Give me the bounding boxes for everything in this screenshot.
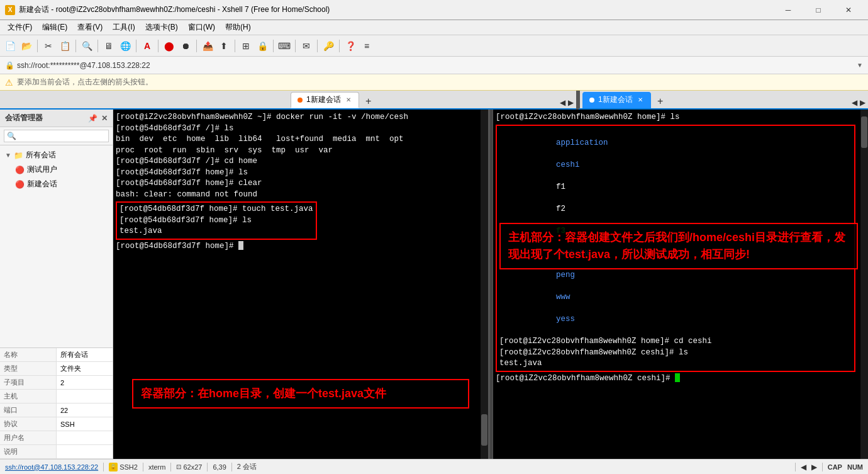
left-scrollbar[interactable] [481,110,488,459]
right-tab-prev[interactable]: ◀ [852,98,857,107]
toolbar-sep-3 [97,40,98,52]
status-size-icon: ⊡ [176,463,181,470]
toolbar-sep-6 [196,40,197,52]
toolbar-globe-btn[interactable]: 🌐 [118,38,133,54]
sidebar-tree: ▼ 📁 所有会话 🔴 测试用户 🔴 新建会话 [0,145,113,347]
right-tab-next[interactable]: ▶ [860,98,865,107]
prop-row-children: 子项目 2 [0,376,113,390]
toolbar-font-btn[interactable]: A [140,38,155,54]
prop-val-desc [57,445,113,459]
menu-tools[interactable]: 工具(I) [108,21,140,34]
toolbar-sep-9 [295,40,296,52]
prop-val-port: 22 [57,403,113,417]
minimize-button[interactable]: ─ [774,0,803,20]
toolbar-send-btn[interactable]: ✉ [299,38,314,54]
status-ssh-label: SSH2 [120,463,138,471]
status-sessions-label: 2 会话 [237,462,257,471]
toolbar-sep-4 [136,40,136,52]
tree-item-label-0: 测试用户 [27,164,57,175]
right-tab-dot [589,98,594,103]
toolbar-sftp-btn[interactable]: ⬆ [216,38,231,54]
menu-help[interactable]: 帮助(H) [220,21,256,34]
status-prev-tab[interactable]: ◀ [801,463,806,471]
prop-row-username: 用户名 [0,431,113,445]
right-scrollbar[interactable] [860,110,868,459]
toolbar-key-btn[interactable]: 🔑 [321,38,336,54]
right-line-4: test.java [499,358,852,370]
sidebar-search-input[interactable] [4,130,109,142]
left-scrollbar-thumb [481,414,487,446]
left-line-11: [root@54db68df3d7f home]# [116,241,486,252]
sidebar-header: 会话管理器 📌 ✕ [0,110,113,127]
menu-edit[interactable]: 编辑(E) [37,21,72,34]
address-text: ssh://root:**********@47.108.153.228:22 [17,61,150,70]
prop-key-desc: 说明 [0,445,57,459]
right-tab-active[interactable]: 1新建会话 ✕ [582,92,651,108]
address-dropdown-icon[interactable]: ▼ [857,62,863,69]
status-sep-2 [143,463,143,471]
toolbar-keyboard-btn[interactable]: ⌨ [277,38,292,54]
status-pos-label: 6,39 [213,463,226,471]
prop-row-name: 名称 所有会话 [0,348,113,362]
toolbar-stop-btn[interactable]: ⬤ [162,38,177,54]
prop-val-type: 文件夹 [57,362,113,376]
right-terminal-pane[interactable]: [root@iZ2vc28obvhfham8wewhh0Z home]# ls … [492,110,868,459]
toolbar-sep-11 [339,40,340,52]
toolbar-zoom-btn[interactable]: 🔍 [79,38,94,54]
prop-key-port: 端口 [0,403,57,417]
sidebar-close-icon[interactable]: ✕ [101,114,108,123]
prop-key-name: 名称 [0,348,57,362]
tree-session-icon-0: 🔴 [15,166,25,174]
sidebar-pin-icon[interactable]: 📌 [88,114,97,123]
tree-item-1[interactable]: 🔴 新建会话 [13,177,110,191]
toolbar-help-btn[interactable]: ❓ [343,38,358,54]
properties-panel: 名称 所有会话 类型 文件夹 子项目 2 主机 端口 22 [0,347,113,459]
left-tab-prev[interactable]: ◀ [560,98,565,107]
left-terminal-tab-bar: 1新建会话 ✕ + ◀ ▶ [288,91,576,110]
left-tab-next[interactable]: ▶ [568,98,574,107]
status-address[interactable]: ssh://root@47.108.153.228:22 [5,463,98,471]
left-tab-close[interactable]: ✕ [345,96,352,104]
address-lock-icon: 🔒 [5,61,14,70]
toolbar-split-btn[interactable]: ⊞ [238,38,253,54]
toolbar-copy-btn[interactable]: 📋 [57,38,72,54]
status-bar: ssh://root@47.108.153.228:22 🔒 SSH2 xter… [0,459,868,474]
right-tab-label: 1新建会话 [598,94,633,105]
close-button[interactable]: ✕ [834,0,863,20]
menu-file[interactable]: 文件(F) [3,21,37,34]
tree-item-label-1: 新建会话 [27,179,57,189]
toolbar-sep-10 [317,40,318,52]
toolbar-open-btn[interactable]: 📂 [19,38,34,54]
toolbar: 📄 📂 ✂ 📋 🔍 🖥 🌐 A ⬤ ⏺ 📤 ⬆ ⊞ 🔒 ⌨ ✉ 🔑 ❓ ≡ [0,35,868,57]
tree-expand-icon: ▼ [5,152,11,159]
menu-tabs[interactable]: 选项卡(B) [140,21,183,34]
tree-item-0[interactable]: 🔴 测试用户 [13,162,110,177]
prop-val-host [57,390,113,403]
window-controls: ─ □ ✕ [774,0,863,20]
right-annotation-box: 主机部分：容器创建文件之后我们到/home/ceshi目录进行查看，发现出现了个… [499,223,858,269]
left-tab-bar [0,91,288,110]
status-next-tab[interactable]: ▶ [811,463,817,471]
prop-row-type: 类型 文件夹 [0,362,113,376]
maximize-button[interactable]: □ [804,0,833,20]
left-annotation-text: 容器部分：在home目录，创建一个test.java文件 [141,387,386,400]
left-terminal-pane[interactable]: [root@iZ2vc28obvhfham8wewhh0Z ~]# docker… [113,110,490,459]
sidebar-tools: 📌 ✕ [88,114,108,123]
toolbar-new-btn[interactable]: 📄 [3,38,18,54]
menu-window[interactable]: 窗口(W) [183,21,220,34]
menu-view[interactable]: 查看(V) [72,21,108,34]
toolbar-transfer-btn[interactable]: 📤 [200,38,215,54]
right-terminal-tab-bar: 1新建会话 ✕ + ◀ ▶ [578,91,868,110]
toolbar-lock-btn[interactable]: 🔒 [255,38,270,54]
left-tab-add[interactable]: + [362,94,376,108]
toolbar-cut-btn[interactable]: ✂ [41,38,56,54]
left-tab-active[interactable]: 1新建会话 ✕ [291,92,359,108]
right-tab-close[interactable]: ✕ [637,96,644,104]
toolbar-more-btn[interactable]: ≡ [359,38,374,54]
tree-root[interactable]: ▼ 📁 所有会话 [3,148,110,162]
toolbar-session-btn[interactable]: 🖥 [101,38,116,54]
right-tab-add[interactable]: + [654,94,667,108]
left-tab-label: 1新建会话 [306,94,341,105]
properties-table: 名称 所有会话 类型 文件夹 子项目 2 主机 端口 22 [0,348,113,459]
toolbar-record-btn[interactable]: ⏺ [178,38,193,54]
